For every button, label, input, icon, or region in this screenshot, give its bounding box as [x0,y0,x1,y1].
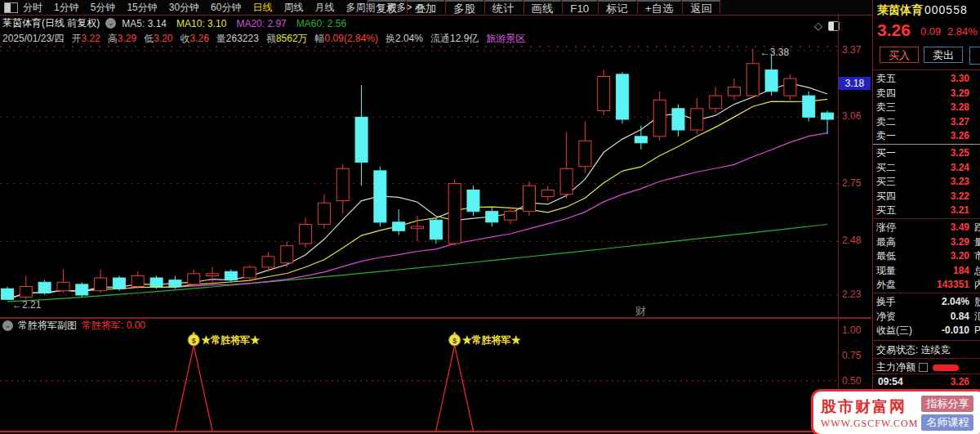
signal-label: ★常胜将军★ [200,334,261,346]
candle [486,212,498,222]
diamond-icon[interactable]: ◇ [814,20,822,32]
quote-row-extra: 量 [974,235,980,249]
quote-row-extra: 内 [974,278,980,292]
period-item[interactable]: 日线 [252,0,272,15]
toolbar-button[interactable]: 叠加 [407,0,446,15]
chevron-down-icon[interactable]: ⌄ [2,320,13,331]
panel-separator [873,293,980,293]
candle [746,64,759,96]
quote-row-label: 净资 [876,310,896,324]
bid-row[interactable]: 买三3.23 [873,175,980,189]
toolbar-button[interactable]: 画线 [523,0,563,15]
toolbar-button[interactable]: 返回 [682,0,720,15]
candle [635,136,647,143]
stock-title: 莱茵体育(日线 前复权) [2,17,100,29]
quote-row-extra: 跌 [974,221,980,235]
ask-row[interactable]: 卖五3.30 [873,72,980,86]
candle [318,203,330,224]
candle [541,190,554,197]
indicator-chart[interactable]: $★常胜将军★$★常胜将军★ [0,331,838,434]
ask-row[interactable]: 卖二3.27 [873,115,980,129]
quote-row-value: 3.23 [902,175,969,189]
panel-separator [873,374,980,374]
indicator-axis-label: 0.50 [842,375,861,387]
stat-row[interactable]: 涨停3.49跌 [873,221,980,235]
stat-row[interactable]: 现量184总 [873,264,980,278]
partial-button[interactable] [969,47,980,65]
panel-change: 0.09 [920,25,941,38]
candle [76,284,88,295]
toolbar-button[interactable]: +自选 [637,0,682,15]
main-net-label: 主力净额 [876,361,915,373]
toolbar-button[interactable]: 复权 [368,0,407,15]
candle [710,96,722,109]
stat-row[interactable]: 最高3.29量 [873,235,980,249]
candle [169,280,181,287]
badge-teacher-course[interactable]: 名师课程 [921,414,973,431]
stat-row[interactable]: 外盘143351内 [873,278,980,292]
period-item[interactable]: 1分钟 [54,0,79,15]
quote-panel: 莱茵体育 000558 3.26 0.09 2.84% 买入 卖出 交易状态: … [872,0,980,434]
main-net-icon[interactable] [919,363,928,372]
quote-row-value: 0.84 [902,310,969,324]
candlestick-chart[interactable]: ←3.38←2.21财 [0,45,838,317]
toolbar-button[interactable]: 统计 [484,0,523,15]
ma-legend-value: MA60: 2.56 [296,18,346,29]
panel-separator [873,358,980,359]
ask-row[interactable]: 卖三3.28 [873,101,980,114]
indicator-value: 常胜将军: 0.00 [82,319,145,333]
current-price-tag: 3.18 [839,77,871,90]
stat-row[interactable]: 收益(三)-0.010P [873,324,980,338]
period-item[interactable]: 30分钟 [169,0,199,15]
stat-row[interactable]: 最低3.20市 [873,249,980,263]
bid-row[interactable]: 买二3.24 [873,161,980,175]
panel-stock-code: 000558 [924,3,968,16]
buy-button[interactable]: 买入 [880,47,919,63]
quote-row-label: 买三 [876,175,896,189]
price-axis-label: 2.48 [842,235,861,246]
ask-row[interactable]: 卖一3.26 [873,129,980,143]
bid-row[interactable]: 买四3.22 [873,190,980,204]
price-axis-label: 3.06 [842,110,861,122]
candle [560,168,572,195]
panel-stock-name: 莱茵体育 [877,3,923,18]
candle [374,171,386,222]
quote-row-label: 外盘 [876,278,896,292]
panel-separator [873,218,980,219]
period-item[interactable]: 5分钟 [91,0,116,15]
main-net-row: 主力净额 [876,360,959,374]
signal-spike [175,346,212,432]
toolbar-button[interactable]: 标记 [598,0,637,15]
panel-separator [873,340,980,341]
price-axis-label: 2.23 [842,289,861,300]
quote-row-value: 3.21 [902,204,969,217]
candle [150,278,163,287]
panel-separator [873,144,980,145]
chevron-down-icon[interactable]: ⌄ [105,18,116,29]
candle [131,275,144,286]
stat-row[interactable]: 换手2.04%股 [873,295,980,309]
ask-row[interactable]: 卖四3.29 [873,87,980,101]
stat-row[interactable]: 净资0.84汇 [873,310,980,324]
period-item[interactable]: 60分钟 [211,0,241,15]
ma-legend-value: MA5: 3.14 [122,18,167,29]
bid-row[interactable]: 买五3.21 [873,204,980,217]
quote-row-value: 2.04% [902,295,969,309]
toolbar-button[interactable]: 多股 [445,0,484,15]
quote-row-value: 184 [902,264,969,278]
ma5-line [7,83,827,299]
candle [188,274,200,284]
sell-button[interactable]: 卖出 [924,47,963,63]
bid-row[interactable]: 买一3.25 [873,146,980,160]
quote-row-value: 3.29 [902,235,969,249]
period-item[interactable]: 周线 [283,0,303,15]
panel-toggle-icon[interactable] [4,2,18,13]
period-item[interactable]: 月线 [314,0,334,15]
toolbar-button[interactable]: F10 [562,0,598,15]
period-item[interactable]: 15分钟 [127,0,157,15]
candle [691,109,703,130]
period-item[interactable]: 分时 [23,0,42,15]
quote-row-label: 买一 [876,146,896,160]
badge-indicator-share[interactable]: 指标分享 [921,396,973,412]
candle [336,168,349,200]
